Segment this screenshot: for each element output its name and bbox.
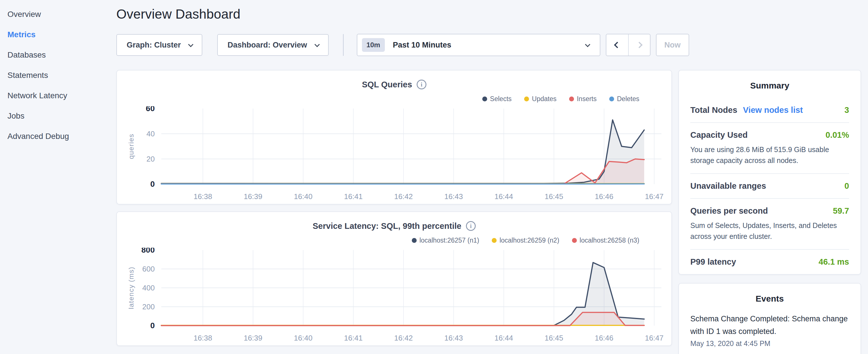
summary-row-total-nodes: Total Nodes View nodes list 3 — [690, 98, 849, 123]
time-range-badge: 10m — [362, 38, 385, 52]
legend-item[interactable]: Selects — [482, 95, 512, 103]
queries-per-second-label: Queries per second — [690, 206, 768, 216]
queries-per-second-description: Sum of Selects, Updates, Inserts, and De… — [690, 220, 849, 242]
legend-item[interactable]: localhost:26259 (n2) — [492, 236, 559, 244]
capacity-used-label: Capacity Used — [690, 130, 748, 140]
chart-legend: SelectsUpdatesInsertsDeletes — [470, 95, 639, 103]
summary-row-unavailable-ranges: Unavailable ranges 0 — [690, 174, 849, 199]
time-forward-button[interactable] — [628, 34, 650, 56]
events-panel: Events Schema Change Completed: Schema c… — [678, 283, 861, 354]
svg-text:16:43: 16:43 — [444, 192, 463, 201]
svg-text:16:39: 16:39 — [244, 192, 262, 201]
svg-text:16:39: 16:39 — [244, 334, 262, 342]
svg-text:40: 40 — [147, 129, 155, 138]
svg-text:16:38: 16:38 — [193, 192, 212, 201]
service-latency-chart[interactable]: 16:3816:3916:4016:4116:4216:4316:4416:45… — [123, 248, 669, 345]
capacity-used-description: You are using 28.6 MiB of 515.9 GiB usab… — [690, 144, 849, 166]
chart-title: SQL Queries — [362, 80, 412, 89]
legend-dot-icon — [492, 238, 497, 243]
sidebar-item-advanced-debug[interactable]: Advanced Debug — [0, 126, 115, 147]
svg-text:60: 60 — [146, 106, 155, 113]
chart-title: Service Latency: SQL, 99th percentile — [313, 221, 461, 231]
event-item-date: May 13, 2020 at 4:45 PM — [690, 340, 849, 348]
chevron-down-icon — [314, 42, 319, 47]
svg-text:16:44: 16:44 — [494, 192, 513, 201]
chevron-right-icon — [636, 42, 643, 49]
svg-text:400: 400 — [143, 284, 155, 292]
legend-item[interactable]: localhost:26257 (n1) — [412, 236, 479, 244]
svg-text:queries: queries — [127, 133, 135, 159]
sidebar-item-jobs[interactable]: Jobs — [0, 106, 115, 126]
graph-scope-label: Graph: Cluster — [127, 41, 181, 50]
time-step-buttons — [606, 34, 651, 56]
svg-text:16:41: 16:41 — [344, 192, 363, 201]
side-column: Summary Total Nodes View nodes list 3 Ca… — [678, 70, 861, 354]
main-content: Overview Dashboard Graph: Cluster Dashbo… — [115, 0, 868, 354]
svg-text:16:38: 16:38 — [193, 334, 212, 342]
dashboard-dropdown[interactable]: Dashboard: Overview — [217, 34, 329, 56]
unavailable-ranges-value: 0 — [844, 181, 849, 191]
legend-label: Selects — [490, 95, 512, 103]
view-nodes-list-link[interactable]: View nodes list — [743, 105, 803, 115]
now-button[interactable]: Now — [656, 34, 689, 56]
sidebar-item-overview[interactable]: Overview — [0, 4, 115, 24]
legend-dot-icon — [569, 97, 574, 101]
svg-text:16:41: 16:41 — [344, 334, 363, 342]
summary-panel: Summary Total Nodes View nodes list 3 Ca… — [678, 70, 861, 275]
chevron-left-icon — [614, 42, 620, 49]
legend-dot-icon — [412, 238, 417, 243]
legend-dot-icon — [482, 97, 487, 101]
info-icon[interactable]: i — [417, 79, 426, 89]
event-item-text[interactable]: Schema Change Completed: Schema change w… — [690, 313, 849, 338]
toolbar: Graph: Cluster Dashboard: Overview 10m P… — [116, 34, 861, 56]
svg-text:16:45: 16:45 — [545, 334, 563, 342]
sidebar-item-network-latency[interactable]: Network Latency — [0, 85, 115, 106]
queries-per-second-value: 59.7 — [833, 206, 849, 216]
svg-text:0: 0 — [150, 321, 155, 330]
summary-row-queries-per-second: Queries per second 59.7 Sum of Selects, … — [690, 199, 849, 250]
charts-column: SQL Queries i SelectsUpdatesInsertsDelet… — [116, 70, 672, 354]
graph-scope-dropdown[interactable]: Graph: Cluster — [116, 34, 202, 56]
time-range-label: Past 10 Minutes — [393, 41, 451, 50]
info-icon[interactable]: i — [466, 221, 476, 231]
unavailable-ranges-label: Unavailable ranges — [690, 181, 766, 191]
service-latency-chart-card: Service Latency: SQL, 99th percentile i … — [116, 212, 672, 346]
svg-text:16:45: 16:45 — [545, 192, 563, 201]
svg-text:16:46: 16:46 — [595, 192, 613, 201]
svg-text:16:40: 16:40 — [294, 192, 312, 201]
time-range-dropdown[interactable]: 10m Past 10 Minutes — [357, 34, 600, 56]
legend-label: localhost:26259 (n2) — [499, 236, 559, 244]
svg-text:800: 800 — [141, 248, 155, 254]
legend-item[interactable]: Updates — [524, 95, 557, 103]
svg-text:20: 20 — [147, 155, 155, 163]
toolbar-divider — [343, 34, 344, 56]
svg-text:600: 600 — [143, 265, 155, 273]
capacity-used-value: 0.01% — [826, 130, 849, 140]
sql-queries-chart[interactable]: 16:3816:3916:4016:4116:4216:4316:4416:45… — [123, 106, 669, 203]
p99-latency-label: P99 latency — [690, 257, 736, 267]
legend-dot-icon — [609, 97, 614, 101]
summary-title: Summary — [690, 70, 849, 91]
legend-item[interactable]: Inserts — [569, 95, 597, 103]
summary-row-p99-latency: P99 latency 46.1 ms — [690, 250, 849, 274]
svg-text:16:42: 16:42 — [394, 334, 413, 342]
chevron-down-icon — [188, 42, 193, 47]
sql-queries-chart-card: SQL Queries i SelectsUpdatesInsertsDelet… — [116, 70, 672, 204]
legend-label: Deletes — [617, 95, 639, 103]
chevron-down-icon — [585, 42, 590, 47]
p99-latency-value: 46.1 ms — [819, 257, 849, 267]
page-title: Overview Dashboard — [116, 6, 861, 22]
legend-item[interactable]: Deletes — [609, 95, 639, 103]
legend-item[interactable]: localhost:26258 (n3) — [572, 236, 639, 244]
sidebar-item-statements[interactable]: Statements — [0, 65, 115, 85]
sidebar-item-metrics[interactable]: Metrics — [0, 24, 115, 45]
svg-text:16:46: 16:46 — [595, 334, 613, 342]
events-title: Events — [690, 284, 849, 303]
svg-text:16:42: 16:42 — [394, 192, 413, 201]
chart-legend: localhost:26257 (n1)localhost:26259 (n2)… — [399, 236, 639, 244]
sidebar-item-databases[interactable]: Databases — [0, 45, 115, 65]
legend-label: localhost:26258 (n3) — [580, 236, 639, 244]
time-back-button[interactable] — [607, 34, 628, 56]
svg-text:16:40: 16:40 — [294, 334, 312, 342]
legend-label: localhost:26257 (n1) — [420, 236, 479, 244]
